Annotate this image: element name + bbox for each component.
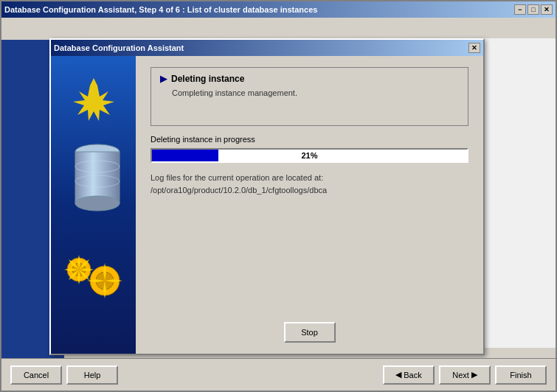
next-arrow-icon: ▶	[471, 370, 477, 379]
modal-close-button[interactable]: ✕	[468, 43, 480, 53]
toolbar-right: ◀ Back Next ▶ Finish	[383, 365, 547, 385]
log-line2: /opt/ora10g/product/10.2.0/db_1/cfgtooll…	[151, 184, 468, 197]
progress-bar-fill	[152, 150, 218, 161]
progress-section: Deleting instance in progress 21%	[151, 135, 468, 163]
close-button[interactable]: ✕	[541, 4, 553, 15]
outer-window-title: Database Configuration Assistant, Step 4…	[4, 5, 317, 14]
outer-titlebar-controls: − □ ✕	[514, 4, 553, 15]
modal-main: ▶ Deleting instance Completing instance …	[136, 56, 483, 354]
maximize-button[interactable]: □	[527, 4, 539, 15]
right-panel	[482, 38, 556, 348]
svg-marker-0	[73, 78, 114, 121]
svg-point-3	[75, 196, 120, 211]
back-arrow-icon: ◀	[395, 370, 401, 379]
next-label: Next	[452, 371, 469, 379]
log-info: Log files for the current operation are …	[151, 172, 468, 196]
progress-percent-text: 21%	[301, 151, 317, 160]
step-title-text: Deleting instance	[171, 74, 244, 84]
outer-window: Database Configuration Assistant, Step 4…	[0, 0, 557, 392]
modal-titlebar: Database Configuration Assistant ✕	[51, 40, 483, 56]
modal-body: ▶ Deleting instance Completing instance …	[51, 56, 483, 354]
step-arrow-icon: ▶	[160, 74, 167, 84]
stop-button[interactable]: Stop	[284, 322, 336, 343]
progress-bar-container: 21%	[151, 148, 468, 163]
cancel-button[interactable]: Cancel	[10, 365, 62, 385]
minimize-button[interactable]: −	[514, 4, 526, 15]
modal-image-panel	[51, 56, 136, 354]
toolbar-left: Cancel Help	[10, 365, 118, 385]
log-line1: Log files for the current operation are …	[151, 172, 468, 184]
progress-label: Deleting instance in progress	[151, 135, 468, 144]
db-illustration-svg	[57, 63, 131, 321]
step-description: Completing instance management.	[160, 88, 459, 97]
step-info-box: ▶ Deleting instance Completing instance …	[151, 67, 468, 126]
help-button[interactable]: Help	[66, 365, 118, 385]
modal-title: Database Configuration Assistant	[54, 43, 184, 52]
next-button[interactable]: Next ▶	[439, 365, 491, 385]
back-label: Back	[404, 371, 421, 379]
modal-titlebar-controls: ✕	[468, 43, 480, 53]
finish-button[interactable]: Finish	[495, 365, 547, 385]
back-button[interactable]: ◀ Back	[383, 365, 435, 385]
action-buttons: Stop	[151, 322, 468, 343]
step-title: ▶ Deleting instance	[160, 74, 459, 84]
outer-titlebar: Database Configuration Assistant, Step 4…	[1, 1, 556, 18]
modal-dialog: Database Configuration Assistant ✕ ▼	[49, 38, 485, 355]
outer-content: Database Configuration Assistant ✕ ▼	[1, 18, 556, 391]
outer-toolbar: Cancel Help ◀ Back Next ▶ Finish	[1, 358, 556, 391]
